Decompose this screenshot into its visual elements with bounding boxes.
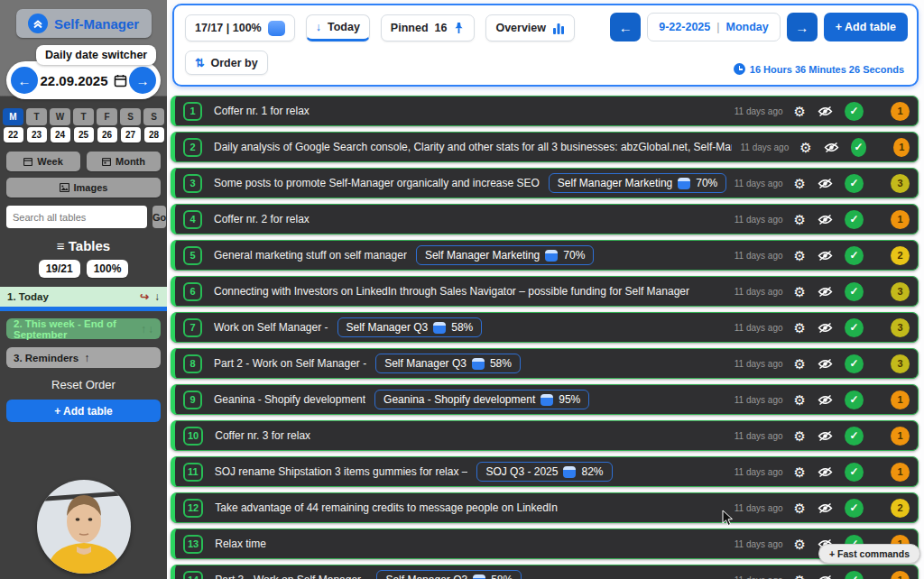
complete-check-icon[interactable]: ✓ — [845, 282, 864, 301]
user-avatar[interactable] — [37, 480, 131, 574]
week-day[interactable]: T 25 — [73, 108, 94, 142]
gear-icon[interactable]: ⚙ — [794, 501, 806, 515]
gear-icon[interactable]: ⚙ — [794, 357, 806, 371]
task-row[interactable]: 10 Coffer nr. 3 for relax 11 days ago ⚙ … — [171, 420, 919, 451]
next-day-button[interactable]: → — [129, 67, 156, 94]
move-down-icon[interactable]: ↓ — [148, 323, 153, 335]
eye-off-icon[interactable] — [818, 178, 833, 189]
week-day[interactable]: M 22 — [3, 108, 23, 142]
week-day[interactable]: T 23 — [26, 108, 47, 142]
complete-check-icon[interactable]: ✓ — [845, 246, 864, 265]
task-project-chip[interactable]: SOJ Q3 - 2025 82% — [476, 462, 612, 482]
complete-check-icon[interactable]: ✓ — [845, 210, 864, 229]
eye-off-icon[interactable] — [818, 574, 833, 579]
task-count-badge[interactable]: 1 — [891, 391, 910, 409]
prev-date-button[interactable]: ← — [610, 13, 641, 41]
month-view-button[interactable]: Month — [87, 152, 161, 171]
reset-order-button[interactable]: Reset Order — [0, 378, 167, 391]
eye-off-icon[interactable] — [818, 286, 833, 298]
calendar-icon[interactable] — [114, 74, 127, 87]
eye-off-icon[interactable] — [818, 394, 833, 406]
eye-off-icon[interactable] — [818, 322, 833, 334]
gear-icon[interactable]: ⚙ — [794, 393, 806, 407]
toggle-switch-icon[interactable] — [268, 21, 285, 36]
complete-check-icon[interactable]: ✓ — [845, 571, 864, 579]
gear-icon[interactable]: ⚙ — [794, 465, 806, 479]
gear-icon[interactable]: ⚙ — [794, 105, 806, 118]
next-date-button[interactable]: → — [787, 13, 818, 41]
search-go-button[interactable]: Go — [152, 206, 166, 228]
task-project-chip[interactable]: Self Manager Marketing 70% — [549, 173, 726, 193]
task-count-badge[interactable]: 3 — [891, 318, 910, 337]
visible-counter-toggle[interactable]: 17/17 | 100% — [185, 14, 295, 41]
week-view-button[interactable]: Week — [6, 152, 80, 171]
current-date-display[interactable]: 9-22-2025 | Monday — [647, 13, 780, 41]
sidebar-table-today[interactable]: 1. Today ↪ ↓ — [0, 287, 167, 307]
eye-off-icon[interactable] — [818, 430, 833, 442]
gear-icon[interactable]: ⚙ — [794, 177, 806, 190]
overview-tab[interactable]: Overview — [485, 14, 575, 41]
complete-check-icon[interactable]: ✓ — [845, 102, 864, 121]
eye-off-icon[interactable] — [818, 250, 833, 262]
task-row[interactable]: 13 Relax time 11 days ago ⚙ ✓ 1 — [171, 528, 919, 559]
gear-icon[interactable]: ⚙ — [794, 213, 806, 226]
complete-check-icon[interactable]: ✓ — [851, 138, 867, 157]
task-row[interactable]: 11 SOJ rename Shipstation 3 items gummie… — [171, 456, 919, 487]
eye-off-icon[interactable] — [818, 358, 833, 370]
week-day[interactable]: F 26 — [97, 108, 117, 142]
task-row[interactable]: 7 Work on Self Manager - Self Manager Q3… — [171, 312, 919, 343]
sidebar-table-reminders[interactable]: 3. Reminders ↑ — [6, 347, 161, 368]
eye-off-icon[interactable] — [818, 466, 833, 478]
sidebar-add-table-button[interactable]: + Add table — [6, 400, 161, 422]
task-count-badge[interactable]: 3 — [891, 174, 910, 193]
gear-icon[interactable]: ⚙ — [799, 141, 811, 154]
task-row[interactable]: 5 General marketing stuff on self manage… — [171, 240, 919, 271]
images-button[interactable]: Images — [6, 178, 161, 198]
sidebar-table-this-week[interactable]: 2. This week - End of September ↑ ↓ — [6, 318, 161, 339]
task-row[interactable]: 14 Part 3 - Work on Self Manager - Self … — [171, 565, 919, 579]
task-count-badge[interactable]: 2 — [891, 246, 910, 265]
pinned-tab[interactable]: Pinned 16 — [381, 14, 476, 41]
task-row[interactable]: 6 Connecting with Investors on LinkedIn … — [171, 276, 919, 307]
task-row[interactable]: 2 Daily analysis of Google Search consol… — [171, 132, 919, 162]
task-row[interactable]: 4 Coffer nr. 2 for relax 11 days ago ⚙ ✓… — [171, 204, 919, 234]
task-count-badge[interactable]: 1 — [891, 427, 910, 446]
task-count-badge[interactable]: 1 — [893, 138, 910, 157]
task-row[interactable]: 3 Some posts to promote Self-Manager org… — [171, 168, 919, 198]
task-count-badge[interactable]: 2 — [891, 499, 910, 518]
eye-off-icon[interactable] — [818, 502, 833, 514]
eye-off-icon[interactable] — [824, 142, 839, 153]
eye-off-icon[interactable] — [818, 106, 833, 117]
gear-icon[interactable]: ⚙ — [794, 429, 806, 443]
today-tab[interactable]: ↓ Today — [306, 14, 370, 41]
task-row[interactable]: 12 Take advantage of 44 remaining credit… — [171, 492, 919, 523]
gear-icon[interactable]: ⚙ — [794, 538, 806, 551]
search-tables-input[interactable] — [6, 206, 147, 228]
complete-check-icon[interactable]: ✓ — [845, 318, 864, 337]
task-row[interactable]: 1 Coffer nr. 1 for relax 11 days ago ⚙ ✓… — [171, 96, 919, 126]
task-count-badge[interactable]: 1 — [891, 463, 910, 482]
app-logo-button[interactable]: Self-Manager — [16, 9, 152, 38]
task-project-chip[interactable]: Self Manager Marketing 70% — [416, 245, 594, 265]
eye-off-icon[interactable] — [818, 214, 833, 225]
week-day[interactable]: W 24 — [50, 108, 70, 142]
add-table-button[interactable]: + Add table — [824, 13, 908, 41]
task-row[interactable]: 8 Part 2 - Work on Self Manager - Self M… — [171, 348, 919, 379]
prev-day-button[interactable]: ← — [11, 67, 38, 94]
week-day[interactable]: S 27 — [120, 108, 141, 142]
move-up-icon[interactable]: ↑ — [141, 323, 146, 335]
gear-icon[interactable]: ⚙ — [794, 321, 806, 335]
complete-check-icon[interactable]: ✓ — [845, 427, 864, 446]
order-by-button[interactable]: ⇅ Order by — [185, 51, 268, 75]
task-project-chip[interactable]: Geanina - Shopify development 95% — [374, 390, 589, 409]
week-day[interactable]: S 28 — [143, 108, 164, 142]
task-row[interactable]: 9 Geanina - Shopify development Geanina … — [171, 384, 919, 415]
complete-check-icon[interactable]: ✓ — [845, 499, 864, 518]
move-up-icon[interactable]: ↑ — [84, 352, 89, 364]
gear-icon[interactable]: ⚙ — [794, 574, 806, 579]
task-project-chip[interactable]: Self Manager Q3 58% — [375, 354, 521, 373]
complete-check-icon[interactable]: ✓ — [845, 354, 864, 373]
gear-icon[interactable]: ⚙ — [794, 249, 806, 262]
task-count-badge[interactable]: 1 — [891, 102, 910, 121]
task-count-badge[interactable]: 1 — [891, 210, 910, 229]
